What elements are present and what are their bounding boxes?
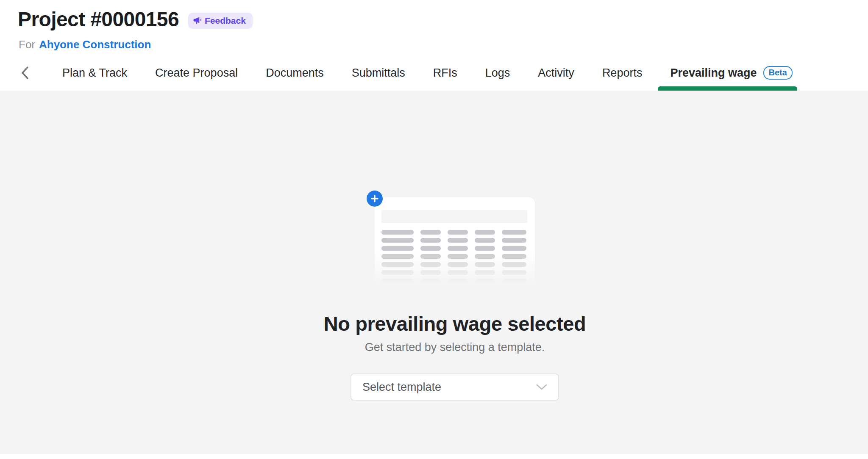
tab-label: Reports — [602, 66, 643, 80]
pill — [475, 278, 495, 283]
tab-activity[interactable]: Activity — [524, 55, 588, 91]
tab-label: Documents — [266, 66, 324, 80]
pill — [475, 262, 495, 267]
tab-label: RFIs — [433, 66, 457, 80]
pill — [381, 270, 414, 275]
pill — [381, 262, 414, 267]
megaphone-icon — [193, 16, 202, 25]
pill — [381, 278, 414, 283]
pill-row — [381, 254, 527, 259]
tabs: Plan & Track Create Proposal Documents S… — [48, 55, 807, 91]
project-header: Project #0000156 Feedback For Ahyone Con… — [0, 0, 868, 91]
pill — [502, 278, 526, 283]
add-badge — [367, 191, 383, 207]
tab-reports[interactable]: Reports — [588, 55, 657, 91]
empty-state-heading: No prevailing wage selected — [324, 312, 586, 335]
pill — [420, 230, 441, 235]
pill — [448, 238, 468, 243]
pill — [381, 238, 414, 243]
project-tabbar: Plan & Track Create Proposal Documents S… — [0, 55, 868, 91]
tab-label: Activity — [538, 66, 574, 80]
pill — [475, 230, 495, 235]
template-select-value: Select template — [362, 381, 441, 394]
pill — [420, 254, 441, 259]
tab-submittals[interactable]: Submittals — [338, 55, 419, 91]
document-header-bar — [381, 210, 527, 223]
tab-label: Logs — [485, 66, 510, 80]
template-select[interactable]: Select template — [351, 373, 559, 401]
pill — [502, 262, 526, 267]
feedback-button[interactable]: Feedback — [188, 13, 253, 29]
table-illustration-grid — [381, 230, 527, 283]
pill — [381, 230, 414, 235]
pill — [420, 246, 441, 251]
page-title: Project #0000156 — [18, 8, 179, 31]
pill — [502, 238, 526, 243]
pill — [420, 270, 441, 275]
title-row: Project #0000156 Feedback — [18, 8, 253, 31]
pill — [502, 230, 526, 235]
pill — [448, 246, 468, 251]
tab-label: Plan & Track — [62, 66, 127, 80]
pill-row — [381, 230, 527, 235]
back-button[interactable] — [20, 55, 31, 91]
page: Project #0000156 Feedback For Ahyone Con… — [0, 0, 868, 459]
chevron-left-icon — [20, 66, 30, 80]
pill-row — [381, 278, 527, 283]
pill — [420, 262, 441, 267]
document-card — [375, 197, 535, 288]
tab-documents[interactable]: Documents — [252, 55, 338, 91]
pill — [420, 278, 441, 283]
pill — [502, 254, 526, 259]
pill-row — [381, 246, 527, 251]
company-link[interactable]: Ahyone Construction — [39, 38, 151, 51]
tab-label: Create Proposal — [155, 66, 238, 80]
for-label: For — [19, 38, 35, 51]
pill — [448, 278, 468, 283]
plus-icon — [371, 195, 378, 202]
prevailing-wage-panel: No prevailing wage selected Get started … — [0, 91, 868, 454]
chevron-down-icon — [536, 384, 547, 390]
pill — [381, 246, 414, 251]
pill — [448, 270, 468, 275]
tab-logs[interactable]: Logs — [471, 55, 524, 91]
active-tab-indicator — [658, 86, 797, 91]
pill — [420, 238, 441, 243]
tab-prevailing-wage[interactable]: Prevailing wage Beta — [656, 55, 806, 91]
pill — [475, 270, 495, 275]
tab-label: Prevailing wage — [670, 66, 757, 80]
feedback-label: Feedback — [205, 16, 246, 26]
pill — [448, 254, 468, 259]
tab-create-proposal[interactable]: Create Proposal — [141, 55, 252, 91]
pill — [448, 230, 468, 235]
pill — [381, 254, 414, 259]
pill-row — [381, 262, 527, 267]
pill — [502, 270, 526, 275]
tab-rfis[interactable]: RFIs — [419, 55, 471, 91]
pill — [475, 246, 495, 251]
empty-state-subheading: Get started by selecting a template. — [365, 341, 545, 354]
project-subtitle: For Ahyone Construction — [19, 38, 151, 51]
pill — [475, 238, 495, 243]
empty-state: No prevailing wage selected Get started … — [21, 91, 868, 401]
pill — [475, 254, 495, 259]
beta-badge: Beta — [763, 66, 793, 80]
tab-label: Submittals — [352, 66, 405, 80]
pill — [502, 246, 526, 251]
table-illustration — [375, 197, 535, 288]
pill — [448, 262, 468, 267]
pill-row — [381, 270, 527, 275]
pill-row — [381, 238, 527, 243]
tab-plan-and-track[interactable]: Plan & Track — [48, 55, 141, 91]
